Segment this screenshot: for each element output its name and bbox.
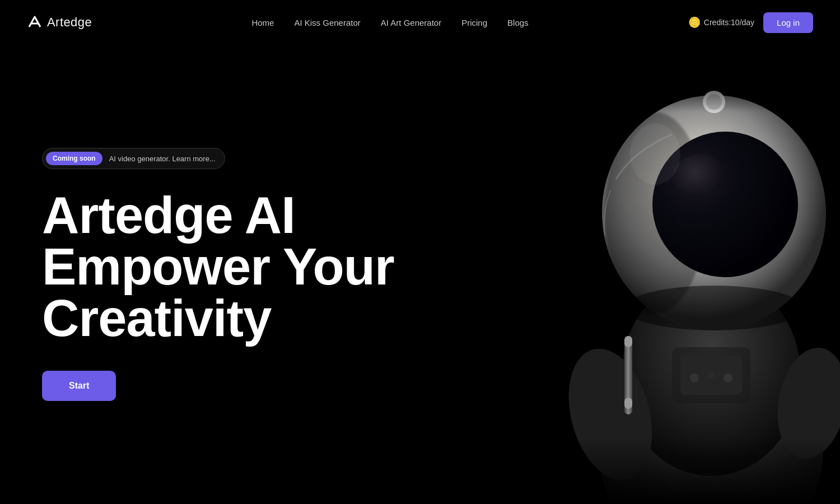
svg-point-7 <box>708 372 715 379</box>
credits-icon: 🪙 <box>688 16 701 29</box>
fade-bottom <box>459 437 840 504</box>
svg-point-20 <box>624 286 804 330</box>
svg-point-16 <box>672 154 728 204</box>
fade-top <box>459 67 840 112</box>
svg-rect-11 <box>624 398 632 409</box>
hero-title-line3: Creativity <box>42 290 271 347</box>
nav-ai-art[interactable]: AI Art Generator <box>381 18 441 27</box>
coming-soon-bar[interactable]: Coming soon AI video generator. Learn mo… <box>42 148 225 169</box>
logo-icon <box>27 15 43 30</box>
hero-title-line1: Artedge AI <box>42 186 295 244</box>
svg-point-6 <box>690 374 699 382</box>
login-button[interactable]: Log in <box>763 12 813 33</box>
navbar: Artedge Home AI Kiss Generator AI Art Ge… <box>0 0 840 45</box>
hero-section: Coming soon AI video generator. Learn mo… <box>0 45 840 504</box>
svg-point-19 <box>630 123 680 185</box>
nav-blogs[interactable]: Blogs <box>507 18 529 27</box>
hero-title: Artedge AI Empower Your Creativity <box>42 189 423 344</box>
svg-point-8 <box>724 374 732 382</box>
credits-label: Credits:10/day <box>704 18 754 27</box>
nav-right: 🪙 Credits:10/day Log in <box>688 12 813 33</box>
nav-ai-kiss[interactable]: AI Kiss Generator <box>294 18 360 27</box>
logo[interactable]: Artedge <box>27 15 92 30</box>
svg-rect-10 <box>624 336 632 347</box>
coming-soon-badge: Coming soon <box>46 152 102 165</box>
coming-soon-text: AI video generator. Learn more... <box>109 155 216 163</box>
nav-home[interactable]: Home <box>251 18 274 27</box>
nav-links: Home AI Kiss Generator AI Art Generator … <box>251 18 528 27</box>
nav-pricing[interactable]: Pricing <box>461 18 487 27</box>
hero-title-line2: Empower Your <box>42 238 394 295</box>
logo-text: Artedge <box>47 15 92 30</box>
astronaut-image <box>459 67 840 504</box>
start-button[interactable]: Start <box>42 371 116 401</box>
credits-badge[interactable]: 🪙 Credits:10/day <box>688 16 754 29</box>
